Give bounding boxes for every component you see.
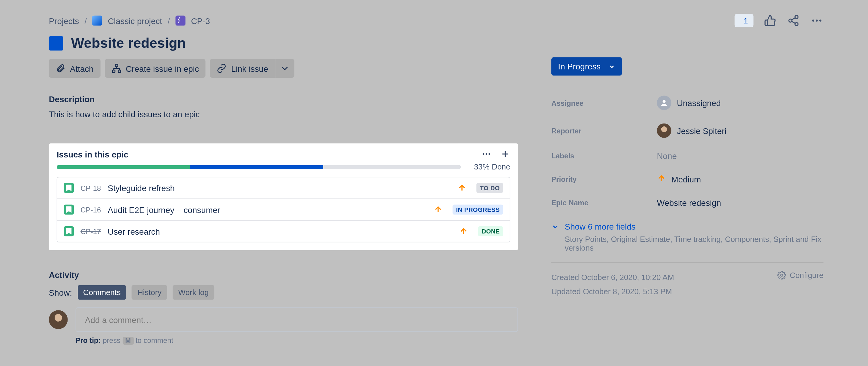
story-type-icon [64, 226, 74, 236]
svg-point-1 [795, 15, 798, 18]
comment-protip: Pro tip: press M to comment [75, 336, 518, 345]
labels-value[interactable]: None [657, 151, 677, 161]
epic-panel-heading: Issues in this epic [57, 149, 128, 159]
svg-point-3 [795, 23, 798, 26]
svg-point-8 [819, 20, 822, 22]
assignee-label: Assignee [551, 98, 657, 107]
svg-line-4 [792, 21, 795, 23]
tab-history[interactable]: History [132, 285, 167, 300]
priority-medium-icon [434, 205, 443, 214]
svg-point-2 [789, 19, 792, 22]
chevron-down-icon [280, 63, 290, 73]
assignee-value[interactable]: Unassigned [657, 95, 721, 110]
status-badge[interactable]: TO DO [476, 183, 503, 193]
current-user-avatar [49, 310, 68, 329]
protip-press: press [101, 336, 122, 345]
attach-button[interactable]: Attach [49, 59, 100, 78]
svg-line-5 [792, 18, 795, 20]
svg-rect-10 [112, 70, 115, 73]
comment-input[interactable] [75, 307, 518, 332]
issue-key[interactable]: CP-17 [81, 227, 101, 235]
more-actions-button[interactable] [810, 14, 823, 27]
thumbs-up-icon [764, 15, 776, 27]
priority-medium-icon [460, 227, 468, 236]
labels-label: Labels [551, 152, 657, 160]
reporter-avatar [657, 123, 672, 138]
tab-comments[interactable]: Comments [78, 285, 126, 300]
progress-inprogress-segment [190, 165, 323, 169]
tab-worklog[interactable]: Work log [173, 285, 214, 300]
configure-button[interactable]: Configure [778, 271, 824, 280]
link-issue-label: Link issue [231, 64, 268, 73]
create-in-epic-label: Create issue in epic [126, 64, 199, 73]
share-icon [787, 15, 800, 27]
share-button[interactable] [787, 14, 800, 27]
breadcrumb-sep: / [167, 16, 170, 25]
watch-button[interactable]: 1 [735, 14, 754, 27]
link-issue-button[interactable]: Link issue [210, 59, 276, 78]
issue-row[interactable]: CP-16Audit E2E journey – consumerIN PROG… [57, 199, 510, 221]
breadcrumb-issue-key[interactable]: CP-3 [191, 16, 210, 25]
reporter-label: Reporter [551, 126, 657, 135]
svg-rect-9 [115, 64, 117, 67]
issue-summary[interactable]: User research [108, 227, 453, 236]
protip-lead: Pro tip: [75, 336, 101, 345]
status-dropdown[interactable]: In Progress [551, 57, 622, 76]
issue-summary[interactable]: Styleguide refresh [108, 183, 451, 193]
issue-key[interactable]: CP-16 [81, 205, 101, 214]
attach-label: Attach [70, 64, 94, 73]
breadcrumb-project[interactable]: Classic project [108, 16, 162, 25]
vote-button[interactable] [764, 14, 777, 27]
priority-medium-icon [657, 174, 666, 185]
status-badge[interactable]: IN PROGRESS [453, 205, 503, 215]
epic-progress-bar [57, 165, 461, 169]
reporter-value[interactable]: Jessie Spiteri [657, 123, 726, 138]
add-issue-icon[interactable] [500, 149, 510, 159]
issue-key[interactable]: CP-18 [81, 184, 101, 192]
show-more-fields[interactable]: Show 6 more fields [551, 222, 824, 231]
project-icon [92, 16, 102, 26]
issue-row[interactable]: CP-17User researchDONE [57, 221, 510, 242]
epicname-value[interactable]: Website redesign [657, 198, 721, 207]
breadcrumb-projects[interactable]: Projects [49, 16, 79, 25]
epic-type-icon [176, 16, 185, 26]
hierarchy-icon [111, 63, 121, 73]
epicname-label: Epic Name [551, 198, 657, 207]
show-more-label: Show 6 more fields [564, 222, 636, 231]
story-type-icon [64, 183, 74, 193]
status-dropdown-label: In Progress [558, 62, 600, 71]
progress-done-segment [57, 165, 190, 169]
created-date: Created October 6, 2020, 10:20 AM [551, 271, 674, 285]
priority-medium-icon [458, 184, 467, 193]
progress-label: 33% Done [474, 162, 510, 171]
page-title[interactable]: Website redesign [71, 35, 186, 51]
activity-show-label: Show: [49, 287, 72, 297]
link-issue-dropdown[interactable] [276, 59, 294, 78]
priority-value[interactable]: Medium [657, 174, 701, 185]
activity-heading: Activity [49, 270, 518, 279]
issue-summary[interactable]: Audit E2E journey – consumer [108, 205, 427, 214]
description-heading: Description [49, 95, 518, 104]
breadcrumb: Projects / Classic project / CP-3 [49, 16, 210, 26]
svg-point-20 [663, 100, 666, 103]
svg-point-22 [781, 274, 783, 276]
issues-in-epic-panel: Issues in this epic 33% Done CP-18Styleg… [49, 143, 518, 250]
protip-tail: to comment [133, 336, 173, 345]
status-badge[interactable]: DONE [478, 226, 503, 236]
svg-point-7 [816, 20, 818, 22]
assignee-text: Unassigned [677, 98, 721, 108]
description-body[interactable]: This is how to add child issues to an ep… [49, 109, 518, 119]
show-more-subtext: Story Points, Original Estimate, Time tr… [564, 235, 823, 252]
protip-key: M [122, 337, 133, 345]
create-issue-in-epic-button[interactable]: Create issue in epic [105, 59, 206, 78]
issue-row[interactable]: CP-18Styleguide refreshTO DO [57, 177, 510, 199]
priority-label: Priority [551, 175, 657, 184]
kebab-icon [811, 15, 823, 27]
svg-point-14 [489, 153, 490, 155]
epic-panel-more-icon[interactable] [482, 149, 491, 159]
epic-color-swatch [49, 36, 63, 50]
gear-icon [778, 271, 787, 280]
configure-label: Configure [790, 271, 823, 280]
priority-text: Medium [672, 175, 701, 184]
breadcrumb-sep: / [85, 16, 87, 25]
